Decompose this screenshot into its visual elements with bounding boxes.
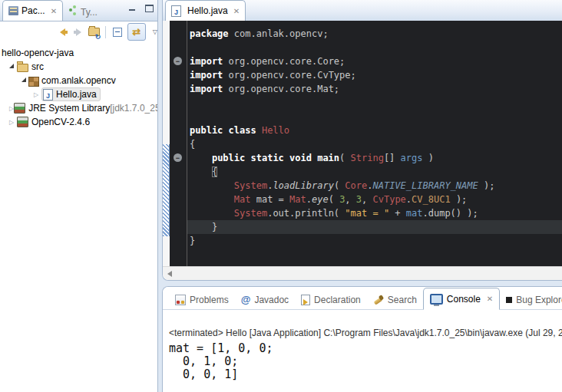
project-tree: hello-opencv-javasrccom.anlak.opencv▷JHe… bbox=[0, 42, 157, 129]
forward-icon[interactable] bbox=[72, 25, 84, 39]
console-output[interactable]: mat = [1, 0, 0; 0, 1, 0; 0, 0, 1] bbox=[169, 342, 562, 381]
tree-item-label: OpenCV-2.4.6 bbox=[31, 117, 90, 127]
code-line[interactable]: } bbox=[187, 220, 562, 234]
tab-label: Ty... bbox=[81, 7, 98, 18]
code-line[interactable] bbox=[190, 41, 562, 54]
tree-item-label: com.anlak.opencv bbox=[41, 75, 116, 86]
code-token: import bbox=[190, 70, 223, 81]
console-header: <terminated> Hello [Java Application] C:… bbox=[169, 328, 562, 338]
code-token bbox=[190, 208, 234, 219]
code-token bbox=[190, 180, 234, 191]
code-line[interactable]: { bbox=[190, 137, 562, 151]
collapse-all-icon[interactable] bbox=[111, 25, 123, 39]
code-token: CV_8UC1 bbox=[412, 194, 451, 205]
code-line[interactable]: public static void main( String[] args ) bbox=[190, 151, 562, 165]
code-line[interactable]: import org.opencv.core.Mat; bbox=[190, 82, 562, 96]
code-token: } bbox=[190, 236, 195, 246]
tab-label: Console bbox=[447, 294, 481, 305]
link-with-editor-icon[interactable]: ⇄ bbox=[127, 23, 146, 41]
code-token: "mat = " bbox=[345, 208, 389, 219]
expanded-arrow-icon[interactable] bbox=[9, 64, 14, 68]
tree-item[interactable]: ▷JRE System Library [jdk1.7.0_25] bbox=[0, 101, 157, 115]
console-icon bbox=[430, 294, 443, 305]
close-icon[interactable]: ✕ bbox=[233, 7, 240, 15]
tab-label: Pac... bbox=[21, 5, 45, 16]
minimize-icon[interactable] bbox=[128, 5, 136, 12]
code-token: .out.println( bbox=[267, 208, 345, 219]
code-token: , bbox=[345, 194, 355, 205]
console-panel: Problems@JavadocDeclarationSearchConsole… bbox=[162, 286, 562, 392]
tree-item[interactable]: src bbox=[0, 60, 157, 74]
code-token bbox=[190, 166, 212, 177]
java-file-icon: J bbox=[43, 89, 53, 100]
code-line[interactable]: public class Hello bbox=[190, 124, 562, 137]
problems-icon bbox=[175, 295, 186, 305]
java-file-icon: J bbox=[171, 5, 181, 17]
view-menu-icon[interactable]: ▽ bbox=[153, 28, 157, 35]
close-icon[interactable]: ✕ bbox=[487, 295, 493, 303]
tab-search[interactable]: Search bbox=[367, 291, 423, 309]
code-token: Hello bbox=[262, 125, 289, 136]
tree-item[interactable]: ▷JHello.java bbox=[0, 87, 157, 101]
collapsed-arrow-icon[interactable]: ▷ bbox=[9, 119, 17, 126]
tab-package-explorer[interactable]: Pac... ✕ bbox=[2, 0, 63, 21]
code-line[interactable]: } bbox=[190, 234, 562, 248]
code-token: CvType bbox=[373, 194, 406, 205]
source-folder-icon bbox=[17, 64, 28, 72]
editor-ruler bbox=[163, 21, 170, 267]
code-token: System bbox=[234, 208, 267, 219]
up-icon[interactable]: ↻ bbox=[88, 25, 100, 39]
code-token: + bbox=[389, 208, 406, 219]
tab-type-hierarchy[interactable]: Ty... bbox=[63, 4, 103, 21]
tab-problems[interactable]: Problems bbox=[169, 291, 235, 309]
code-line[interactable] bbox=[190, 110, 562, 124]
code-line[interactable]: { bbox=[190, 165, 562, 179]
expanded-arrow-icon[interactable] bbox=[21, 77, 26, 82]
collapsed-arrow-icon[interactable]: ▷ bbox=[34, 91, 41, 98]
code-line[interactable]: System.out.println( "mat = " + mat.dump(… bbox=[190, 206, 562, 220]
tab-bug-explorer[interactable]: Bug Explorer bbox=[500, 291, 562, 309]
code-token: mat bbox=[406, 208, 423, 219]
code-line[interactable]: Mat mat = Mat.eye( 3, 3, CvType.CV_8UC1 … bbox=[190, 193, 562, 206]
code-line[interactable]: import org.opencv.core.Core; bbox=[190, 54, 562, 68]
code-token: [] bbox=[384, 153, 401, 163]
tab-declaration[interactable]: Declaration bbox=[295, 291, 367, 309]
tab-javadoc[interactable]: @Javadoc bbox=[235, 291, 295, 309]
code-area[interactable]: package com.anlak.opencv; import org.ope… bbox=[187, 21, 562, 267]
selected-tree-item[interactable]: JHello.java bbox=[41, 87, 101, 101]
console-output-line: mat = [1, 0, 0; bbox=[169, 342, 562, 355]
code-token: loadLibrary bbox=[273, 180, 333, 191]
code-token: mat = bbox=[250, 194, 289, 205]
code-line[interactable]: import org.opencv.core.CvType; bbox=[190, 68, 562, 82]
code-token: Mat bbox=[289, 194, 306, 205]
code-token: ( bbox=[334, 180, 345, 191]
editor-panel: J Hello.java ✕ −− package com.anlak.open… bbox=[162, 0, 562, 281]
tree-item[interactable]: hello-opencv-java bbox=[0, 46, 157, 60]
close-icon[interactable]: ✕ bbox=[51, 7, 57, 15]
fold-collapse-icon[interactable]: − bbox=[174, 57, 182, 65]
tab-hello-java[interactable]: J Hello.java ✕ bbox=[165, 0, 246, 21]
package-explorer-toolbar: ↻ ⇄ ▽ bbox=[0, 21, 157, 42]
tab-label: Javadoc bbox=[254, 295, 289, 305]
code-line[interactable]: package com.anlak.opencv; bbox=[190, 27, 562, 41]
package-explorer-panel: Pac... ✕ Ty... ↻ ⇄ ▽ hello-opencv-javasr… bbox=[0, 0, 158, 392]
code-token bbox=[190, 194, 234, 205]
back-icon[interactable] bbox=[57, 25, 68, 39]
code-token: args bbox=[401, 153, 423, 163]
editor-tabstrip: J Hello.java ✕ bbox=[163, 0, 562, 21]
search-icon bbox=[373, 295, 384, 305]
code-line[interactable] bbox=[190, 96, 562, 110]
editor-body[interactable]: −− package com.anlak.opencv; import org.… bbox=[163, 21, 562, 267]
code-token: ( bbox=[339, 153, 350, 163]
tree-item[interactable]: ▷OpenCV-2.4.6 bbox=[0, 115, 157, 129]
horizontal-scrollbar[interactable] bbox=[163, 266, 562, 280]
code-line[interactable]: System.loadLibrary( Core.NATIVE_LIBRARY_… bbox=[190, 179, 562, 193]
scroll-left-icon[interactable] bbox=[167, 271, 172, 277]
library-icon bbox=[14, 103, 25, 114]
tree-item[interactable]: com.anlak.opencv bbox=[0, 74, 157, 87]
code-token: System bbox=[234, 180, 267, 191]
tab-console[interactable]: Console✕ bbox=[423, 288, 500, 310]
fold-collapse-icon[interactable]: − bbox=[174, 153, 182, 162]
maximize-icon[interactable] bbox=[145, 5, 153, 12]
code-token: { bbox=[212, 166, 217, 177]
